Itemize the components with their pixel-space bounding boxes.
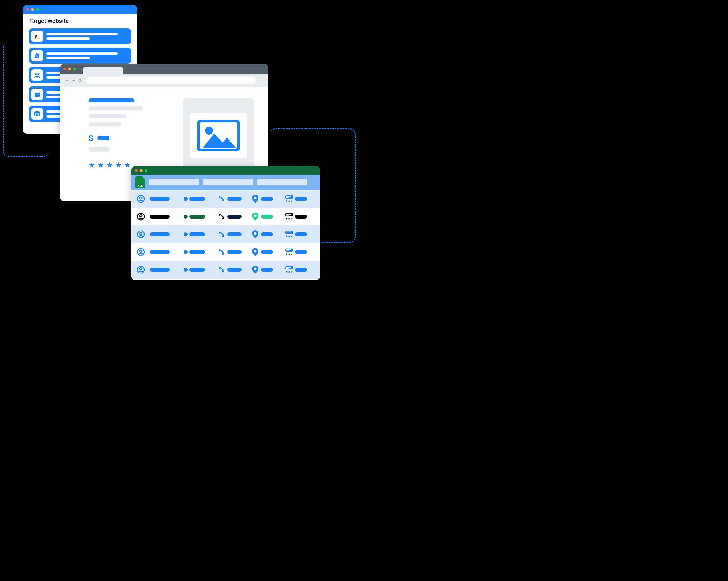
phone-icon [218, 249, 226, 255]
phone-icon [218, 231, 226, 238]
sheet-row[interactable]: ★★★ [131, 190, 320, 208]
svg-point-17 [140, 215, 142, 217]
status-dot-icon [184, 250, 188, 254]
sheet-row[interactable]: ★★★ [131, 225, 320, 243]
user-icon [135, 213, 146, 221]
sheet-row[interactable]: ★★★ [131, 261, 320, 278]
user-icon [135, 195, 146, 203]
sheet-row[interactable]: ★★★ [131, 243, 320, 261]
status-cell [189, 197, 205, 201]
status-dot-icon [184, 215, 188, 219]
svg-point-25 [254, 232, 257, 235]
traffic-light-close[interactable] [63, 67, 66, 71]
traffic-light-close[interactable] [26, 8, 29, 11]
svg-text:m: m [35, 112, 39, 116]
name-cell [150, 215, 170, 219]
location-cell [261, 197, 273, 201]
nav-reload-icon[interactable]: ⟳ [78, 78, 82, 83]
kebab-menu-icon[interactable]: ⋮ [311, 179, 316, 186]
star-icon: ★ [88, 161, 95, 169]
traffic-light-zoom[interactable] [145, 169, 147, 172]
site-row-amazon[interactable]: a [29, 28, 131, 44]
phone-cell [227, 232, 242, 236]
price-symbol: $ [88, 133, 94, 143]
svg-point-18 [254, 215, 257, 217]
site-row-shopify[interactable]: S [29, 48, 131, 64]
svg-rect-40 [285, 266, 293, 269]
svg-text:★★★: ★★★ [285, 270, 293, 273]
name-cell [150, 268, 170, 272]
nav-back-icon[interactable]: ← [64, 78, 69, 83]
svg-point-11 [254, 197, 257, 199]
phone-icon [218, 266, 226, 273]
location-pin-icon [251, 195, 259, 203]
status-dot-icon [184, 232, 188, 236]
traffic-light-zoom[interactable] [73, 67, 76, 71]
browser-tab[interactable] [83, 67, 123, 74]
review-icon: ★★★ [285, 213, 293, 220]
svg-text:★★★: ★★★ [285, 217, 293, 220]
review-icon: ★★★ [285, 248, 293, 256]
star-icon: ★ [124, 161, 131, 169]
svg-rect-20 [286, 214, 291, 215]
traffic-light-zoom[interactable] [36, 8, 39, 11]
svg-point-38 [140, 268, 142, 270]
svg-rect-4 [34, 94, 40, 97]
review-icon: ★★★ [285, 230, 293, 238]
image-frame [183, 99, 254, 173]
svg-point-32 [254, 250, 257, 253]
traffic-light-minimize[interactable] [68, 67, 71, 71]
site-placeholder-text [46, 33, 129, 40]
sheet-toolbar: XLS ⋮ [131, 175, 320, 190]
svg-point-31 [140, 250, 142, 252]
location-pin-icon [251, 248, 259, 256]
review-cell [295, 215, 307, 219]
traffic-light-minimize[interactable] [31, 8, 34, 11]
star-icon: ★ [106, 161, 113, 169]
location-pin-icon [251, 230, 259, 238]
user-icon [135, 266, 146, 274]
url-input[interactable] [85, 77, 256, 84]
storefront-icon [31, 89, 43, 100]
review-icon: ★★★ [285, 195, 293, 203]
review-cell [295, 268, 307, 272]
review-cell [295, 250, 307, 254]
header-cell [257, 179, 307, 186]
traffic-light-close[interactable] [135, 169, 138, 172]
text-line [88, 122, 122, 127]
svg-rect-41 [286, 267, 291, 268]
phone-icon [218, 213, 226, 220]
svg-point-8 [205, 127, 213, 135]
shopify-icon: S [31, 50, 43, 61]
product-title-placeholder [88, 99, 134, 103]
kebab-menu-icon[interactable]: ⋮ [259, 77, 264, 84]
text-line [88, 114, 126, 118]
location-cell [261, 268, 273, 272]
svg-rect-28 [286, 232, 289, 233]
location-cell [261, 250, 273, 254]
titlebar [131, 166, 320, 175]
traffic-light-minimize[interactable] [140, 169, 142, 172]
status-dot-icon [184, 197, 188, 201]
status-cell [189, 268, 205, 272]
svg-rect-19 [285, 213, 293, 216]
status-dot-icon [184, 268, 188, 272]
header-cell [149, 179, 199, 186]
phone-cell [227, 197, 242, 201]
image-placeholder-icon [190, 113, 247, 158]
marketplace-icon: m [31, 108, 43, 119]
star-icon: ★ [115, 161, 122, 169]
location-cell [261, 232, 273, 236]
text-line [88, 106, 142, 110]
user-icon [135, 230, 146, 238]
site-placeholder-text [46, 52, 129, 59]
user-icon [135, 248, 146, 256]
svg-point-39 [254, 268, 257, 270]
svg-point-3 [37, 73, 39, 75]
svg-rect-14 [286, 197, 289, 198]
titlebar [60, 64, 268, 74]
svg-rect-42 [286, 268, 289, 269]
nav-forward-icon[interactable]: → [71, 78, 76, 83]
svg-rect-26 [285, 231, 293, 234]
sheet-row[interactable]: ★★★ [131, 208, 320, 225]
